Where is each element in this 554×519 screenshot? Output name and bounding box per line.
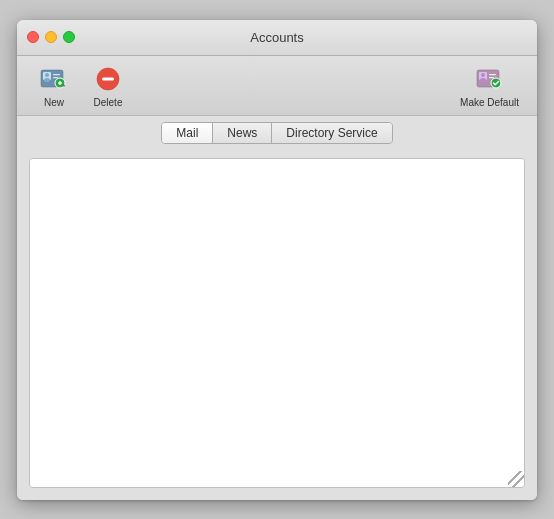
maximize-button[interactable] (63, 31, 75, 43)
svg-point-14 (481, 73, 485, 77)
tab-directory-service[interactable]: Directory Service (272, 123, 391, 143)
delete-icon (92, 63, 124, 95)
window: Accounts (17, 20, 537, 500)
close-button[interactable] (27, 31, 39, 43)
minimize-button[interactable] (45, 31, 57, 43)
title-bar: Accounts (17, 20, 537, 56)
delete-button[interactable]: Delete (83, 59, 133, 112)
accounts-list-inner (30, 159, 524, 487)
svg-rect-17 (489, 77, 494, 78)
new-icon (38, 63, 70, 95)
make-default-label: Make Default (460, 97, 519, 108)
accounts-list[interactable] (29, 158, 525, 488)
resize-handle[interactable] (508, 471, 524, 487)
delete-label: Delete (94, 97, 123, 108)
new-label: New (44, 97, 64, 108)
tab-news[interactable]: News (213, 123, 272, 143)
tab-group: Mail News Directory Service (161, 122, 392, 144)
tab-mail[interactable]: Mail (162, 123, 213, 143)
toolbar: New Delete (17, 56, 537, 116)
svg-point-2 (45, 73, 49, 77)
content-area (17, 150, 537, 500)
make-default-icon (474, 63, 506, 95)
svg-rect-4 (53, 74, 60, 75)
traffic-lights (27, 31, 75, 43)
svg-rect-16 (489, 74, 496, 75)
svg-rect-5 (53, 77, 58, 78)
svg-point-15 (480, 78, 486, 82)
svg-rect-11 (102, 77, 114, 80)
svg-point-3 (44, 78, 50, 82)
svg-rect-8 (59, 81, 61, 85)
window-title: Accounts (250, 30, 303, 45)
tabs-bar: Mail News Directory Service (17, 116, 537, 150)
make-default-button[interactable]: Make Default (454, 59, 525, 112)
new-button[interactable]: New (29, 59, 79, 112)
